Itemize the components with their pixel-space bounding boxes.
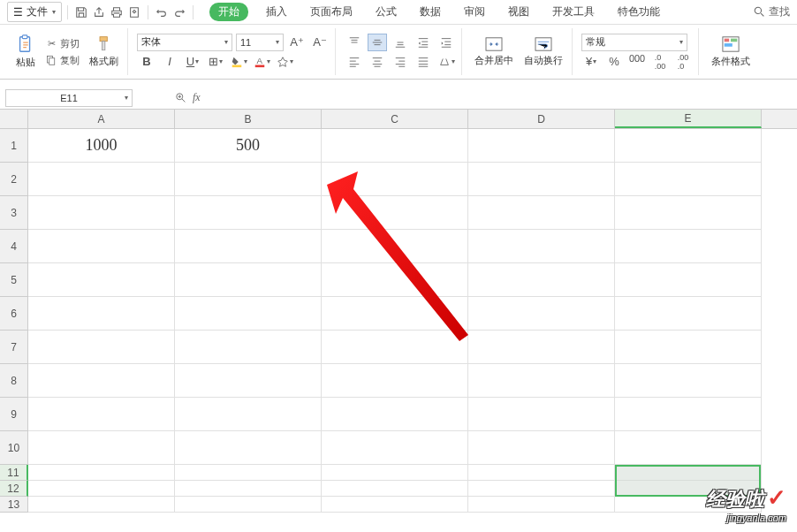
cell[interactable] xyxy=(322,163,468,196)
align-left-button[interactable] xyxy=(345,53,364,71)
cell[interactable] xyxy=(615,297,762,331)
decrease-indent-button[interactable] xyxy=(414,34,433,51)
tab-start[interactable]: 开始 xyxy=(209,3,248,21)
cell[interactable] xyxy=(615,163,762,196)
cell[interactable] xyxy=(468,297,615,331)
col-header-c[interactable]: C xyxy=(322,110,468,128)
formula-input[interactable] xyxy=(206,89,797,107)
row-header-9[interactable]: 9 xyxy=(0,398,28,431)
cell[interactable] xyxy=(175,331,322,364)
tab-developer[interactable]: 开发工具 xyxy=(547,2,600,22)
row-header-12[interactable]: 12 xyxy=(0,481,28,497)
cell[interactable] xyxy=(468,465,615,481)
align-right-button[interactable] xyxy=(391,53,410,71)
cell[interactable] xyxy=(28,263,175,297)
percent-button[interactable]: % xyxy=(604,53,624,71)
cell-e1[interactable] xyxy=(615,129,762,163)
cell[interactable] xyxy=(175,465,322,481)
font-size-select[interactable]: 11 ▾ xyxy=(236,34,284,51)
underline-button[interactable]: U▾ xyxy=(183,53,202,71)
row-header-8[interactable]: 8 xyxy=(0,364,28,398)
redo-icon[interactable] xyxy=(171,4,187,20)
cell[interactable] xyxy=(322,196,468,230)
cell[interactable] xyxy=(322,431,468,465)
cell[interactable] xyxy=(175,196,322,230)
row-header-11[interactable]: 11 xyxy=(0,465,28,481)
row-header-6[interactable]: 6 xyxy=(0,297,28,331)
cell[interactable] xyxy=(28,331,175,364)
cell[interactable] xyxy=(615,364,762,398)
cell[interactable] xyxy=(322,398,468,431)
tab-page-layout[interactable]: 页面布局 xyxy=(305,2,358,22)
cell[interactable] xyxy=(28,163,175,196)
tab-insert[interactable]: 插入 xyxy=(261,2,292,22)
cell[interactable] xyxy=(175,398,322,431)
row-header-13[interactable]: 13 xyxy=(0,497,28,513)
cell[interactable] xyxy=(175,481,322,497)
border-button[interactable]: ⊞▾ xyxy=(206,53,225,71)
cell[interactable] xyxy=(468,364,615,398)
row-header-3[interactable]: 3 xyxy=(0,196,28,230)
print-preview-icon[interactable] xyxy=(126,4,142,20)
conditional-format-button[interactable]: 条件格式 xyxy=(708,34,754,70)
cut-button[interactable]: ✂ 剪切 xyxy=(42,36,82,51)
tab-data[interactable]: 数据 xyxy=(414,2,446,22)
cell[interactable] xyxy=(322,230,468,263)
copy-button[interactable]: 复制 xyxy=(42,53,82,68)
row-header-1[interactable]: 1 xyxy=(0,129,28,163)
cell[interactable] xyxy=(468,398,615,431)
export-icon[interactable] xyxy=(91,4,107,20)
row-header-2[interactable]: 2 xyxy=(0,163,28,196)
effects-button[interactable]: ▾ xyxy=(275,53,294,71)
cell[interactable] xyxy=(175,230,322,263)
italic-button[interactable]: I xyxy=(160,53,179,71)
select-all-corner[interactable] xyxy=(0,110,28,128)
cell[interactable] xyxy=(322,331,468,364)
cell[interactable] xyxy=(175,263,322,297)
cell[interactable] xyxy=(615,230,762,263)
cell[interactable] xyxy=(468,163,615,196)
decrease-font-button[interactable]: A⁻ xyxy=(310,34,330,51)
col-header-a[interactable]: A xyxy=(28,110,175,128)
cell[interactable] xyxy=(468,196,615,230)
cell[interactable] xyxy=(468,431,615,465)
increase-indent-button[interactable] xyxy=(436,34,456,51)
cell[interactable] xyxy=(28,465,175,481)
align-center-button[interactable] xyxy=(368,53,387,71)
cell[interactable] xyxy=(175,497,322,513)
increase-decimal-button[interactable]: .0.00 xyxy=(650,53,670,71)
cell[interactable] xyxy=(615,331,762,364)
cell[interactable] xyxy=(615,263,762,297)
col-header-e[interactable]: E xyxy=(615,110,762,128)
cell-b1[interactable]: 500 xyxy=(175,129,322,163)
cell[interactable] xyxy=(468,481,615,497)
cell[interactable] xyxy=(28,481,175,497)
decrease-decimal-button[interactable]: .00.0 xyxy=(673,53,693,71)
row-header-4[interactable]: 4 xyxy=(0,230,28,263)
cell[interactable] xyxy=(175,163,322,196)
tab-view[interactable]: 视图 xyxy=(503,2,535,22)
cell[interactable] xyxy=(175,431,322,465)
paste-button[interactable]: 粘贴 xyxy=(12,33,39,71)
comma-button[interactable]: 000 xyxy=(627,53,647,71)
orientation-button[interactable]: ▾ xyxy=(436,53,456,71)
save-icon[interactable] xyxy=(73,4,89,20)
cell[interactable] xyxy=(28,297,175,331)
cell[interactable] xyxy=(468,331,615,364)
cell[interactable] xyxy=(28,364,175,398)
merge-center-button[interactable]: 合并居中 xyxy=(471,34,517,69)
undo-icon[interactable] xyxy=(154,4,170,20)
cell[interactable] xyxy=(468,230,615,263)
row-header-7[interactable]: 7 xyxy=(0,331,28,364)
tab-review[interactable]: 审阅 xyxy=(459,2,490,22)
col-header-b[interactable]: B xyxy=(175,110,322,128)
cell[interactable] xyxy=(322,481,468,497)
print-icon[interactable] xyxy=(109,4,125,20)
row-header-10[interactable]: 10 xyxy=(0,431,28,465)
cell[interactable] xyxy=(175,297,322,331)
number-format-select[interactable]: 常规 ▾ xyxy=(581,34,687,51)
currency-button[interactable]: ¥▾ xyxy=(581,53,601,71)
row-header-5[interactable]: 5 xyxy=(0,263,28,297)
align-bottom-button[interactable] xyxy=(391,34,410,51)
cell-reference-box[interactable]: E11 ▾ xyxy=(5,89,133,107)
